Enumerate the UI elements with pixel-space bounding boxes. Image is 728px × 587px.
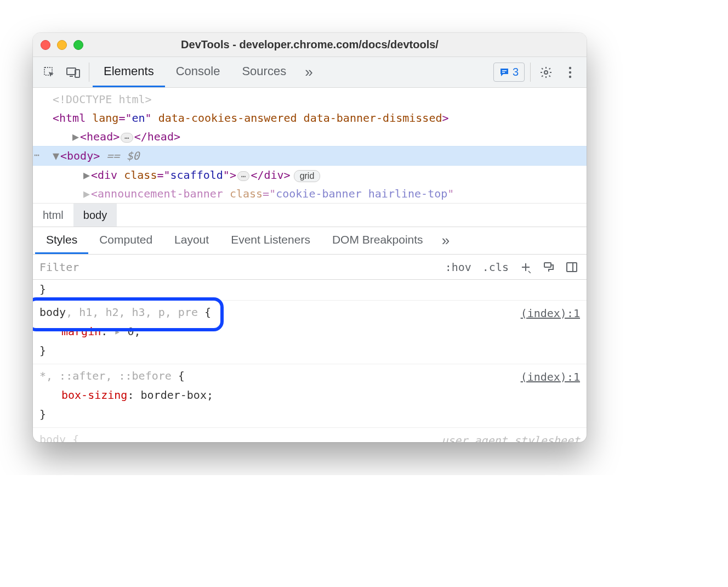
- rule-fragment-close[interactable]: }: [33, 280, 587, 301]
- breadcrumb: html body: [33, 203, 587, 227]
- computed-panel-icon[interactable]: [560, 255, 583, 279]
- rule-source-ua: user agent stylesheet: [441, 431, 580, 442]
- toolbar-divider: [530, 63, 531, 82]
- crumb-html[interactable]: html: [33, 204, 73, 227]
- paint-icon[interactable]: [537, 255, 560, 279]
- tab-event-listeners[interactable]: Event Listeners: [220, 227, 321, 254]
- message-icon: [499, 67, 509, 77]
- tab-dom-breakpoints[interactable]: DOM Breakpoints: [321, 227, 434, 254]
- tab-console[interactable]: Console: [165, 57, 231, 87]
- kebab-icon[interactable]: [558, 57, 582, 87]
- hov-toggle[interactable]: :hov: [440, 255, 477, 279]
- tab-styles[interactable]: Styles: [35, 227, 88, 254]
- svg-rect-10: [567, 263, 577, 272]
- device-icon[interactable]: [61, 57, 86, 87]
- dom-div[interactable]: ▶<div class="scaffold">⋯</div>grid: [33, 166, 587, 184]
- svg-point-7: [569, 71, 571, 73]
- subtabs-overflow-icon[interactable]: »: [434, 227, 457, 254]
- dom-tree[interactable]: <!DOCTYPE html> <html lang="en" data-coo…: [33, 88, 587, 203]
- style-rule-body[interactable]: (index):1 body, h1, h2, h3, p, pre { mar…: [33, 301, 587, 364]
- inspect-icon[interactable]: [37, 57, 61, 87]
- rule-source-link[interactable]: (index):1: [521, 368, 580, 387]
- svg-rect-9: [544, 263, 551, 267]
- tab-elements[interactable]: Elements: [93, 57, 165, 87]
- svg-rect-4: [502, 72, 505, 73]
- svg-point-8: [569, 75, 571, 77]
- maximize-button[interactable]: [73, 40, 83, 50]
- issues-count: 3: [513, 66, 519, 78]
- close-button[interactable]: [41, 40, 50, 50]
- ellipsis-icon[interactable]: ⋯: [237, 171, 249, 181]
- devtools-window: DevTools - developer.chrome.com/docs/dev…: [33, 33, 587, 442]
- dom-body-selected[interactable]: ▼<body> == $0: [33, 146, 587, 166]
- style-rule-ua-body[interactable]: user agent stylesheet body {: [33, 428, 587, 442]
- dom-html[interactable]: <html lang="en" data-cookies-answered da…: [33, 109, 587, 127]
- tabs-overflow-icon[interactable]: »: [297, 57, 320, 87]
- settings-icon[interactable]: [534, 57, 558, 87]
- grid-badge[interactable]: grid: [294, 170, 321, 182]
- minimize-button[interactable]: [57, 40, 67, 50]
- tab-layout[interactable]: Layout: [163, 227, 220, 254]
- rule-source-link[interactable]: (index):1: [521, 304, 580, 323]
- svg-rect-3: [502, 70, 507, 71]
- new-rule-icon[interactable]: [514, 255, 537, 279]
- tab-sources[interactable]: Sources: [231, 57, 297, 87]
- dom-doctype[interactable]: <!DOCTYPE html>: [33, 90, 587, 109]
- traffic-lights: [41, 40, 83, 50]
- toolbar-divider: [89, 63, 89, 82]
- svg-point-5: [544, 71, 548, 74]
- dom-announcement-banner[interactable]: ▶<announcement-banner class="cookie-bann…: [33, 184, 587, 203]
- cls-toggle[interactable]: .cls: [477, 255, 514, 279]
- issues-chip[interactable]: 3: [493, 63, 525, 82]
- styles-filterbar: :hov .cls: [33, 255, 587, 280]
- svg-point-6: [569, 66, 571, 69]
- styles-pane: } (index):1 body, h1, h2, h3, p, pre { m…: [33, 280, 587, 442]
- titlebar: DevTools - developer.chrome.com/docs/dev…: [33, 33, 587, 57]
- dom-head[interactable]: ▶<head>⋯</head>: [33, 127, 587, 146]
- styles-filter-input[interactable]: [33, 255, 440, 279]
- svg-rect-1: [67, 68, 76, 75]
- expand-shorthand-icon[interactable]: ▸: [114, 325, 127, 338]
- style-rule-universal[interactable]: (index):1 *, ::after, ::before { box-siz…: [33, 364, 587, 428]
- ellipsis-icon[interactable]: ⋯: [121, 133, 133, 143]
- crumb-body[interactable]: body: [73, 204, 117, 227]
- css-prop-margin[interactable]: margin: [61, 325, 101, 338]
- main-toolbar: Elements Console Sources » 3: [33, 57, 587, 88]
- window-title: DevTools - developer.chrome.com/docs/dev…: [33, 38, 587, 51]
- tab-computed[interactable]: Computed: [88, 227, 163, 254]
- css-prop-box-sizing[interactable]: box-sizing: [61, 388, 127, 402]
- styles-tabs: Styles Computed Layout Event Listeners D…: [33, 227, 587, 255]
